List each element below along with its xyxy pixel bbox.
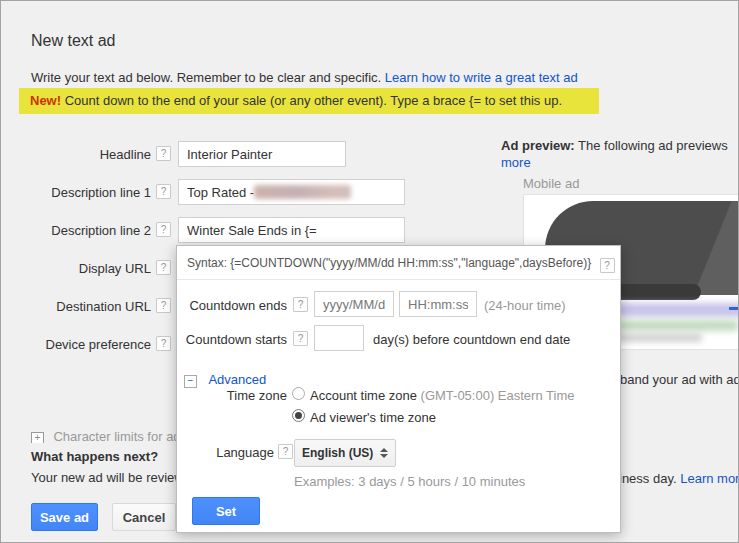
countdown-starts-label: Countdown starts xyxy=(177,332,287,347)
device-preference-label: Device preference xyxy=(1,337,151,352)
destination-url-label: Destination URL xyxy=(1,299,151,314)
review-note-right: iness day. Learn more xyxy=(619,471,739,486)
preview-blue-link-dash xyxy=(729,307,739,310)
device-preference-help-icon[interactable]: ? xyxy=(156,336,171,351)
destination-url-help-icon[interactable]: ? xyxy=(156,298,171,313)
review-note-right-text: iness day. xyxy=(619,471,680,486)
character-limits-toggle[interactable]: + Character limits for ads ta xyxy=(31,427,176,443)
description-line-2-input[interactable] xyxy=(178,217,405,243)
language-help-icon[interactable]: ? xyxy=(278,444,293,459)
learn-to-write-link[interactable]: Learn how to write a great text ad xyxy=(385,70,578,85)
display-url-help-icon[interactable]: ? xyxy=(156,260,171,275)
page-title: New text ad xyxy=(31,32,115,50)
language-label: Language xyxy=(177,445,274,460)
headline-input[interactable] xyxy=(178,141,346,167)
new-text-ad-screen: New text ad Write your text ad below. Re… xyxy=(0,0,739,543)
countdown-starts-help-icon[interactable]: ? xyxy=(293,331,308,346)
description-line-2-help-icon[interactable]: ? xyxy=(156,222,171,237)
intro-text: Write your text ad below. Remember to be… xyxy=(31,70,385,85)
what-happens-next-heading: What happens next? xyxy=(31,449,158,464)
preview-blur-line-green xyxy=(610,320,738,331)
account-timezone-detail: (GMT-05:00) Eastern Time xyxy=(417,388,575,403)
language-value: English (US) xyxy=(302,446,373,460)
viewer-timezone-option[interactable]: Ad viewer's time zone xyxy=(310,410,436,425)
ad-preview-heading-rest: The following ad previews xyxy=(575,138,728,153)
set-button[interactable]: Set xyxy=(192,497,260,525)
examples-note: Examples: 3 days / 5 hours / 10 minutes xyxy=(294,474,525,489)
countdown-starts-suffix: day(s) before countdown end date xyxy=(373,332,570,347)
description-line-1-help-icon[interactable]: ? xyxy=(156,184,171,199)
character-limits-label: Character limits for ads ta xyxy=(53,429,176,443)
countdown-end-time-input[interactable] xyxy=(399,291,477,317)
more-link[interactable]: more xyxy=(501,155,531,170)
headline-help-icon[interactable]: ? xyxy=(156,146,171,161)
radio-viewer-timezone[interactable] xyxy=(292,409,305,422)
review-note-left: Your new ad will be reviewed b xyxy=(31,470,176,486)
advanced-link[interactable]: Advanced xyxy=(208,372,266,387)
new-badge: New! xyxy=(30,93,61,108)
new-feature-banner: New! Count down to the end of your sale … xyxy=(19,88,599,114)
countdown-dialog: Syntax: {=COUNTDOWN("yyyy/MM/dd HH:mm:ss… xyxy=(176,245,621,533)
mobile-ad-label: Mobile ad xyxy=(523,176,579,191)
language-select[interactable]: English (US) xyxy=(294,439,396,467)
cancel-button[interactable]: Cancel xyxy=(112,503,176,531)
display-url-label: Display URL xyxy=(1,261,151,276)
advanced-toggle[interactable]: − Advanced xyxy=(184,370,266,388)
time-format-note: (24-hour time) xyxy=(484,298,566,313)
countdown-starts-input[interactable] xyxy=(314,325,364,351)
syntax-text: Syntax: {=COUNTDOWN("yyyy/MM/dd HH:mm:ss… xyxy=(187,256,591,270)
banner-text: Count down to the end of your sale (or a… xyxy=(61,93,562,108)
description-line-1-label: Description line 1 xyxy=(1,185,151,200)
countdown-end-date-input[interactable] xyxy=(314,291,394,317)
account-timezone-text: Account time zone xyxy=(310,388,417,403)
dialog-divider xyxy=(177,279,620,280)
preview-blur-line-purple xyxy=(610,303,739,317)
countdown-ends-label: Countdown ends xyxy=(177,298,287,313)
syntax-line: Syntax: {=COUNTDOWN("yyyy/MM/dd HH:mm:ss… xyxy=(187,256,615,273)
intro-line: Write your text ad below. Remember to be… xyxy=(31,70,578,85)
ad-preview-heading: Ad preview: The following ad previews xyxy=(501,138,728,153)
select-arrows-icon xyxy=(380,448,388,458)
expand-ad-text-fragment: band your ad with add xyxy=(620,372,739,387)
learn-more-link[interactable]: Learn more xyxy=(680,471,739,486)
ad-preview-heading-bold: Ad preview: xyxy=(501,138,575,153)
countdown-ends-help-icon[interactable]: ? xyxy=(293,297,308,312)
timezone-label: Time zone xyxy=(177,388,287,403)
preview-blur-line-gray xyxy=(610,333,702,342)
redacted-text-blur xyxy=(254,185,351,199)
account-timezone-option[interactable]: Account time zone (GMT-05:00) Eastern Ti… xyxy=(310,388,574,403)
save-ad-button[interactable]: Save ad xyxy=(31,503,98,531)
collapse-icon[interactable]: − xyxy=(184,375,197,388)
headline-label: Headline xyxy=(1,147,151,162)
syntax-help-icon[interactable]: ? xyxy=(600,258,615,273)
plus-icon[interactable]: + xyxy=(31,432,44,443)
description-line-2-label: Description line 2 xyxy=(1,223,151,238)
radio-account-timezone[interactable] xyxy=(292,387,305,400)
